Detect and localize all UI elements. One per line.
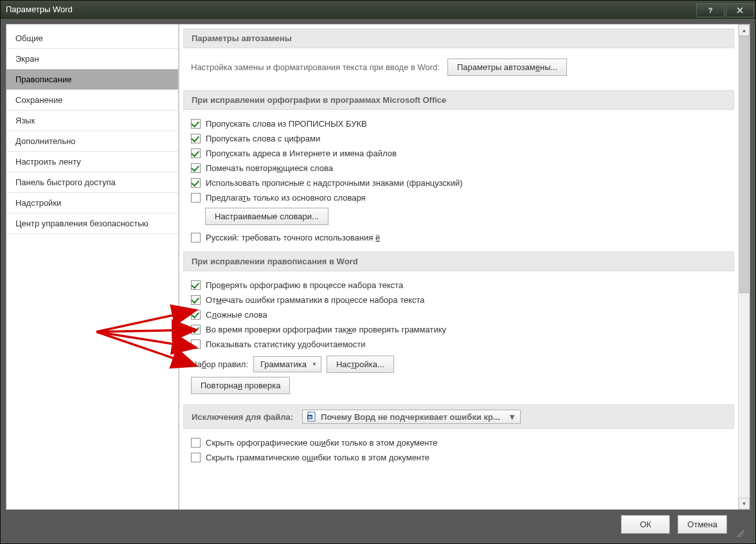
- checkbox-icon[interactable]: [191, 193, 201, 203]
- check-main-dict[interactable]: Предлагать только из основного словаря: [191, 190, 726, 205]
- ok-button[interactable]: ОК: [621, 515, 670, 534]
- dialog-window: Параметры Word ? Общие Экран Правописани…: [0, 0, 756, 544]
- check-grammar-with-spelling[interactable]: Во время проверки орфографии также прове…: [191, 322, 726, 337]
- sidebar-item-proofing[interactable]: Правописание: [6, 69, 178, 90]
- check-internet[interactable]: Пропускать адреса в Интернете и имена фа…: [191, 146, 726, 161]
- sidebar-item-general[interactable]: Общие: [6, 28, 178, 49]
- scroll-up-icon[interactable]: ▲: [739, 24, 750, 36]
- sidebar-item-qat[interactable]: Панель быстрого доступа: [6, 172, 178, 193]
- sidebar-item-advanced[interactable]: Дополнительно: [6, 131, 178, 152]
- word-doc-icon: W: [307, 412, 317, 422]
- dialog-footer: ОК Отмена: [6, 510, 750, 538]
- svg-text:W: W: [308, 415, 312, 419]
- check-hide-grammar[interactable]: Скрыть грамматические ошибки только в эт…: [191, 450, 726, 465]
- section-word-title: При исправлении правописания в Word: [183, 251, 734, 271]
- writing-style-dropdown[interactable]: Грамматика ▼: [253, 356, 321, 372]
- help-button[interactable]: ?: [696, 3, 724, 17]
- check-uppercase[interactable]: Пропускать слова из ПРОПИСНЫХ БУКВ: [191, 116, 726, 131]
- scroll-down-icon[interactable]: ▼: [739, 498, 750, 509]
- section-autocorrect-title: Параметры автозамены: [183, 28, 734, 48]
- checkbox-icon[interactable]: [191, 438, 201, 448]
- vertical-scrollbar[interactable]: ▲ ▼: [738, 24, 750, 509]
- main-panel: Параметры автозамены Настройка замены и …: [179, 24, 750, 509]
- resize-grip-icon[interactable]: [735, 528, 744, 537]
- sidebar-item-trust-center[interactable]: Центр управления безопасностью: [6, 213, 178, 234]
- check-accented[interactable]: Использовать прописные с надстрочными зн…: [191, 176, 726, 190]
- recheck-button[interactable]: Повторная проверка: [191, 377, 290, 394]
- chevron-down-icon: ▼: [508, 412, 516, 422]
- check-grammar-as-type[interactable]: Отмечать ошибки грамматики в процессе на…: [191, 293, 726, 307]
- chevron-down-icon: ▼: [312, 361, 317, 367]
- sidebar-item-customize-ribbon[interactable]: Настроить ленту: [6, 152, 178, 172]
- titlebar: Параметры Word ?: [1, 1, 755, 19]
- autocorrect-row: Настройка замены и форматирования текста…: [191, 59, 726, 76]
- close-button[interactable]: [726, 3, 754, 17]
- writing-style-label: Набор правил:: [191, 359, 248, 369]
- checkbox-icon[interactable]: [191, 325, 201, 334]
- window-title: Параметры Word: [6, 5, 696, 14]
- cancel-button[interactable]: Отмена: [678, 515, 727, 534]
- section-exceptions-title: Исключения для файла: W Почему Ворд не п…: [183, 404, 734, 429]
- check-readability[interactable]: Показывать статистику удобочитаемости: [191, 337, 726, 352]
- sidebar-item-language[interactable]: Язык: [6, 111, 178, 131]
- writing-style-settings-button[interactable]: Настройка...: [327, 356, 394, 373]
- checkbox-icon[interactable]: [191, 280, 201, 290]
- check-confused-words[interactable]: Сложные слова: [191, 307, 726, 322]
- autocorrect-options-button[interactable]: Параметры автозамены...: [447, 59, 567, 76]
- custom-dictionaries-button[interactable]: Настраиваемые словари...: [205, 208, 328, 225]
- check-repeated[interactable]: Помечать повторяющиеся слова: [191, 161, 726, 176]
- check-russian-yo[interactable]: Русский: требовать точного использования…: [191, 230, 726, 245]
- checkbox-icon[interactable]: [191, 119, 201, 129]
- scroll-thumb[interactable]: [739, 36, 749, 293]
- sidebar-item-display[interactable]: Экран: [6, 49, 178, 69]
- dialog-outer: Общие Экран Правописание Сохранение Язык…: [1, 19, 755, 543]
- content-scroll: Параметры автозамены Настройка замены и …: [179, 24, 738, 509]
- svg-text:?: ?: [708, 6, 713, 14]
- check-hide-spelling[interactable]: Скрыть орфографические ошибки только в э…: [191, 435, 726, 450]
- checkbox-icon[interactable]: [191, 310, 201, 320]
- exceptions-file-dropdown[interactable]: W Почему Ворд не подчеркивает ошибки кр.…: [302, 410, 521, 424]
- check-digits[interactable]: Пропускать слова с цифрами: [191, 131, 726, 146]
- sidebar-item-addins[interactable]: Надстройки: [6, 193, 178, 213]
- dialog-body: Общие Экран Правописание Сохранение Язык…: [6, 24, 750, 510]
- sidebar-item-save[interactable]: Сохранение: [6, 90, 178, 111]
- checkbox-icon[interactable]: [191, 149, 201, 158]
- checkbox-icon[interactable]: [191, 163, 201, 173]
- checkbox-icon[interactable]: [191, 295, 201, 305]
- sidebar: Общие Экран Правописание Сохранение Язык…: [6, 24, 179, 509]
- checkbox-icon[interactable]: [191, 453, 201, 462]
- checkbox-icon[interactable]: [191, 134, 201, 143]
- checkbox-icon[interactable]: [191, 178, 201, 188]
- section-office-title: При исправлении орфографии в программах …: [183, 90, 734, 110]
- checkbox-icon[interactable]: [191, 233, 201, 242]
- check-spelling-as-type[interactable]: Проверять орфографию в процессе набора т…: [191, 278, 726, 293]
- autocorrect-desc: Настройка замены и форматирования текста…: [191, 62, 440, 72]
- checkbox-icon[interactable]: [191, 340, 201, 349]
